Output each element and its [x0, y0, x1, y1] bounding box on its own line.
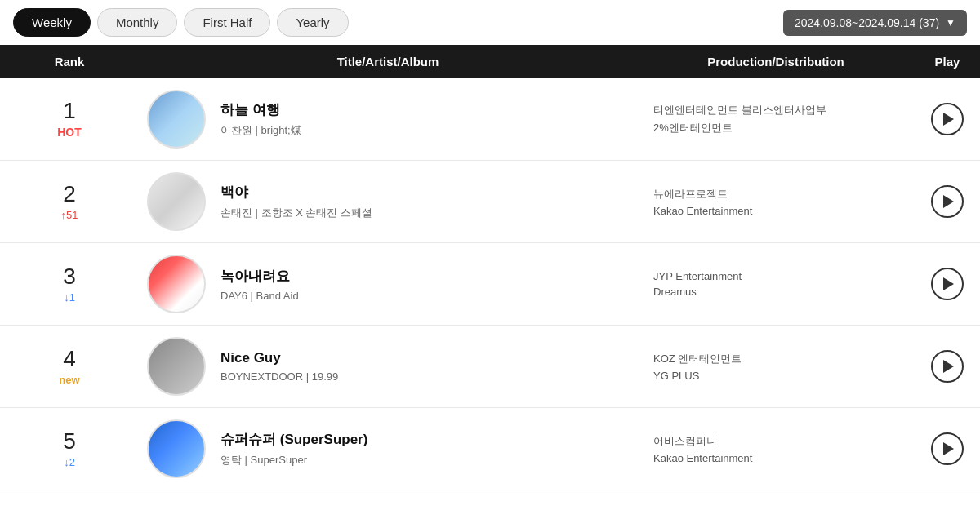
prod-line-2: 2%엔터테인먼트: [653, 121, 915, 135]
song-cell: Nice Guy BOYNEXTDOOR | 19.99: [139, 337, 637, 396]
table-row: 5 ↓2 슈퍼슈퍼 (SuperSuper) 영탁 | SuperSuper 어…: [0, 408, 980, 490]
prod-line-1: KOZ 엔터테인먼트: [653, 352, 915, 366]
production-cell: 어비스컴퍼니 Kakao Entertainment: [637, 434, 915, 464]
song-cell: 하늘 여행 이찬원 | bright;煤: [139, 90, 637, 149]
song-info: Nice Guy BOYNEXTDOOR | 19.99: [220, 350, 338, 383]
album-art: [147, 172, 206, 231]
rank-change: ↑51: [61, 209, 78, 221]
production-cell: JYP Entertainment Dreamus: [637, 270, 915, 298]
album-art: [147, 337, 206, 396]
album-art: [147, 255, 206, 313]
prod-line-1: 뉴에라프로젝트: [653, 187, 915, 202]
table-row: 2 ↑51 백야 손태진 | 조항조 X 손태진 스페셜 뉴에라프로젝트 Kak…: [0, 161, 980, 243]
song-info: 슈퍼슈퍼 (SuperSuper) 영탁 | SuperSuper: [220, 430, 368, 468]
production-cell: KOZ 엔터테인먼트 YG PLUS: [637, 352, 915, 382]
rank-change: HOT: [57, 126, 82, 139]
song-title: 녹아내려요: [220, 267, 299, 286]
production-cell: 티엔엔터테인먼트 블리스엔터사업부 2%엔터테인먼트: [637, 103, 915, 135]
song-info: 녹아내려요 DAY6 | Band Aid: [220, 267, 299, 302]
table-row: 3 ↓1 녹아내려요 DAY6 | Band Aid JYP Entertain…: [0, 243, 980, 326]
prod-line-1: 어비스컴퍼니: [653, 434, 915, 449]
song-title: Nice Guy: [220, 350, 338, 366]
play-button[interactable]: [931, 185, 964, 218]
song-title: 백야: [220, 183, 372, 202]
play-cell: [915, 103, 980, 135]
date-range-text: 2024.09.08~2024.09.14 (37): [795, 16, 939, 29]
play-cell: [915, 350, 980, 383]
song-info: 백야 손태진 | 조항조 X 손태진 스페셜: [220, 183, 372, 220]
chevron-down-icon: ▼: [946, 17, 956, 29]
song-artist-album: 이찬원 | bright;煤: [220, 123, 301, 138]
song-cell: 백야 손태진 | 조항조 X 손태진 스페셜: [139, 172, 637, 231]
tab-weekly[interactable]: Weekly: [13, 8, 91, 37]
tab-first-half[interactable]: First Half: [184, 8, 270, 37]
song-cell: 녹아내려요 DAY6 | Band Aid: [139, 255, 637, 313]
table-row: 4 new Nice Guy BOYNEXTDOOR | 19.99 KOZ 엔…: [0, 326, 980, 408]
play-cell: [915, 268, 980, 300]
production-cell: 뉴에라프로젝트 Kakao Entertainment: [637, 187, 915, 217]
top-nav: Weekly Monthly First Half Yearly 2024.09…: [0, 0, 980, 45]
rank-number: 5: [63, 430, 76, 453]
album-art: [147, 90, 206, 149]
rank-cell: 3 ↓1: [0, 265, 139, 304]
rank-number: 3: [63, 265, 76, 288]
song-artist-album: 손태진 | 조항조 X 손태진 스페셜: [220, 206, 372, 220]
prod-line-2: YG PLUS: [653, 370, 915, 382]
play-button[interactable]: [931, 432, 964, 465]
tab-monthly[interactable]: Monthly: [97, 8, 178, 37]
rank-cell: 4 new: [0, 348, 139, 386]
song-artist-album: 영탁 | SuperSuper: [220, 453, 368, 468]
header-rank: Rank: [0, 55, 139, 69]
rank-change: ↓1: [64, 291, 75, 304]
rank-change: new: [59, 374, 79, 386]
prod-line-2: Dreamus: [653, 286, 915, 298]
play-cell: [915, 432, 980, 465]
table-row: 1 HOT 하늘 여행 이찬원 | bright;煤 티엔엔터테인먼트 블리스엔…: [0, 78, 980, 161]
song-info: 하늘 여행 이찬원 | bright;煤: [220, 100, 301, 138]
rank-number: 4: [63, 348, 76, 370]
rank-number: 2: [63, 183, 76, 206]
play-cell: [915, 185, 980, 218]
table-header: Rank Title/Artist/Album Production/Distr…: [0, 45, 980, 78]
rank-cell: 1 HOT: [0, 100, 139, 139]
song-artist-album: BOYNEXTDOOR | 19.99: [220, 370, 338, 383]
rank-change: ↓2: [64, 456, 75, 468]
tab-yearly[interactable]: Yearly: [277, 8, 348, 37]
header-production: Production/Distribution: [637, 55, 915, 69]
prod-line-1: 티엔엔터테인먼트 블리스엔터사업부: [653, 103, 915, 118]
play-button[interactable]: [931, 268, 964, 300]
song-title: 하늘 여행: [220, 100, 301, 119]
rank-cell: 2 ↑51: [0, 183, 139, 221]
prod-line-2: Kakao Entertainment: [653, 452, 915, 464]
song-cell: 슈퍼슈퍼 (SuperSuper) 영탁 | SuperSuper: [139, 419, 637, 478]
rank-cell: 5 ↓2: [0, 430, 139, 468]
song-artist-album: DAY6 | Band Aid: [220, 290, 299, 302]
header-play: Play: [915, 55, 980, 69]
chart-table: 1 HOT 하늘 여행 이찬원 | bright;煤 티엔엔터테인먼트 블리스엔…: [0, 78, 980, 490]
play-button[interactable]: [931, 350, 964, 383]
prod-line-2: Kakao Entertainment: [653, 205, 915, 217]
rank-number: 1: [63, 100, 76, 122]
play-button[interactable]: [931, 103, 964, 135]
date-range-selector[interactable]: 2024.09.08~2024.09.14 (37) ▼: [783, 10, 967, 36]
header-title: Title/Artist/Album: [139, 55, 637, 69]
song-title: 슈퍼슈퍼 (SuperSuper): [220, 430, 368, 449]
album-art: [147, 419, 206, 478]
prod-line-1: JYP Entertainment: [653, 270, 915, 282]
